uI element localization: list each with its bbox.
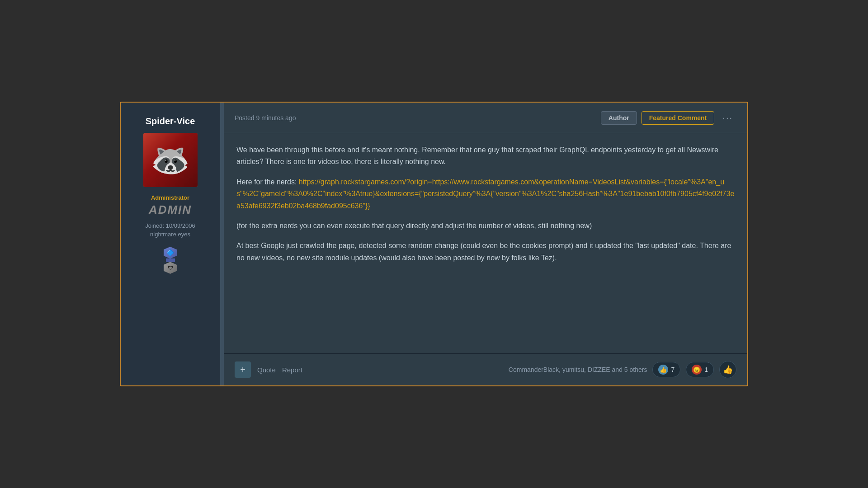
more-options-button[interactable]: ···	[719, 111, 736, 125]
avatar-face: 🦝	[151, 144, 190, 176]
post-paragraph-3: (for the extra nerds you can even execut…	[236, 220, 735, 232]
angry-icon: 😠	[692, 365, 702, 375]
upvote-button[interactable]: 👍	[719, 361, 736, 378]
post-container: Spider-Vice 🦝 Administrator ADMIN Joined…	[120, 102, 748, 386]
author-sidebar: Spider-Vice 🦝 Administrator ADMIN Joined…	[121, 103, 220, 385]
author-joined: Joined: 10/09/2006	[145, 222, 195, 229]
post-footer: + Quote Report CommanderBlack, yumitsu, …	[224, 353, 747, 385]
post-timestamp: Posted 9 minutes ago	[235, 114, 296, 122]
angry-count: 1	[704, 366, 708, 373]
page-wrapper: Spider-Vice 🦝 Administrator ADMIN Joined…	[0, 0, 868, 488]
medal-top-icon: 🔷	[164, 247, 177, 258]
author-badge-text: ADMIN	[149, 203, 192, 217]
author-badge: Author	[601, 111, 637, 125]
author-name: Spider-Vice	[146, 116, 195, 127]
angry-reaction-pill[interactable]: 😠 1	[686, 362, 714, 377]
add-button[interactable]: +	[235, 361, 251, 378]
medal-bottom-icon: 🛡	[164, 262, 177, 274]
post-body: We have been through this before and it'…	[224, 133, 747, 353]
like-icon: 👍	[658, 365, 668, 375]
author-role: Administrator	[151, 194, 189, 201]
featured-badge: Featured Comment	[642, 111, 715, 125]
report-button[interactable]: Report	[282, 366, 302, 374]
upvote-icon: 👍	[723, 365, 733, 375]
post-badges: Author Featured Comment ···	[601, 111, 736, 125]
like-reaction-pill[interactable]: 👍 7	[652, 362, 680, 377]
post-paragraph-link: Here for the nerds: https://graph.rockst…	[236, 176, 735, 212]
avatar-image: 🦝	[143, 133, 198, 187]
author-avatar: 🦝	[143, 133, 198, 187]
footer-right: CommanderBlack, yumitsu, DIZZEE and 5 ot…	[509, 361, 736, 378]
link-intro: Here for the nerds:	[236, 178, 299, 186]
post-header: Posted 9 minutes ago Author Featured Com…	[224, 103, 747, 133]
reactors-text: CommanderBlack, yumitsu, DIZZEE and 5 ot…	[509, 366, 647, 373]
post-paragraph-1: We have been through this before and it'…	[236, 144, 735, 168]
footer-left: + Quote Report	[235, 361, 302, 378]
quote-button[interactable]: Quote	[257, 366, 276, 374]
like-count: 7	[671, 366, 675, 373]
medal-ribbon	[166, 258, 175, 262]
graphql-link[interactable]: https://graph.rockstargames.com/?origin=…	[236, 178, 734, 210]
author-title: nightmare eyes	[150, 231, 190, 238]
author-medal: 🔷 🛡	[159, 247, 182, 274]
vertical-divider	[220, 103, 224, 385]
post-content: Posted 9 minutes ago Author Featured Com…	[224, 103, 747, 385]
post-paragraph-4: At best Google just crawled the page, de…	[236, 240, 735, 264]
